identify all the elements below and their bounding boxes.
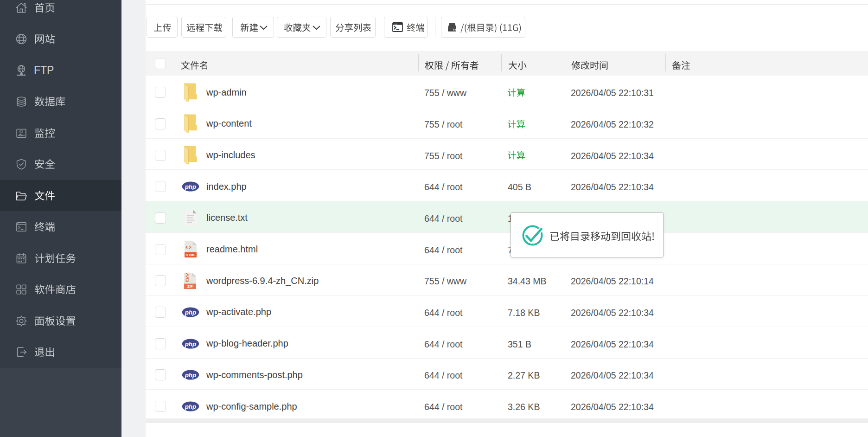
svg-text:php: php xyxy=(185,403,197,410)
svg-text:php: php xyxy=(185,372,197,379)
svg-text:php: php xyxy=(185,340,197,347)
svg-text:php: php xyxy=(185,183,197,190)
svg-text:HTML: HTML xyxy=(185,253,195,257)
svg-text:ZIP: ZIP xyxy=(187,284,193,289)
svg-text:php: php xyxy=(185,309,197,316)
